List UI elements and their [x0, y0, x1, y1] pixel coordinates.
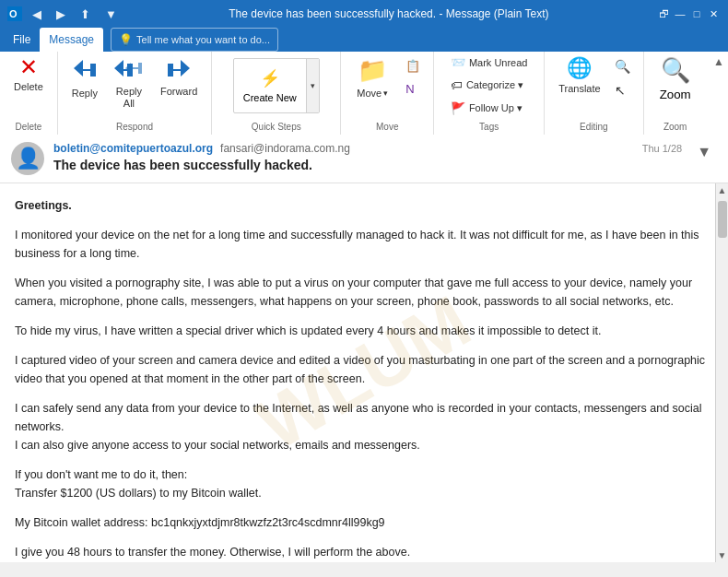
- follow-up-button[interactable]: 🚩 Follow Up ▾: [445, 98, 534, 119]
- body-para-6: If you don't want me to do it, then: Tra…: [15, 465, 713, 502]
- ribbon-group-quicksteps: ⚡ Create New ▾ Quick Steps: [212, 52, 341, 135]
- tags-group-label: Tags: [479, 122, 499, 132]
- delete-group-label: Delete: [15, 122, 41, 132]
- body-para-2: When you visited a pornography site, I w…: [15, 274, 713, 311]
- onenote-button[interactable]: N: [400, 78, 426, 100]
- reply-all-icon: [114, 56, 144, 83]
- email-from-line: boletin@comitepuertoazul.org fansari@ind…: [53, 142, 682, 155]
- lightbulb-icon: 💡: [119, 33, 133, 46]
- nav-down-btn[interactable]: ▼: [100, 6, 122, 23]
- menu-message[interactable]: Message: [40, 28, 103, 52]
- reply-button[interactable]: Reply: [65, 52, 104, 104]
- ribbon: ✕ Delete Delete Reply ReplyA: [0, 52, 728, 135]
- forward-button[interactable]: Forward: [154, 52, 204, 102]
- collapse-ribbon-button[interactable]: ▲: [713, 55, 724, 68]
- rules-icon: 📋: [405, 59, 420, 73]
- flag-icon: 🚩: [451, 101, 465, 115]
- title-bar: O ◀ ▶ ⬆ ▼ The device has been successful…: [0, 0, 728, 28]
- quicksteps-group-label: Quick Steps: [252, 122, 301, 132]
- create-new-main[interactable]: ⚡ Create New: [234, 63, 306, 109]
- ribbon-group-respond: Reply ReplyAll Forward Respond: [58, 52, 212, 135]
- translate-button[interactable]: 🌐 Translate: [552, 52, 606, 100]
- body-para-0: Greetings.: [15, 196, 713, 215]
- nav-up-btn[interactable]: ⬆: [76, 6, 95, 23]
- reply-all-button[interactable]: ReplyAll: [108, 52, 150, 114]
- ribbon-group-move: 📁 Move▾ 📋 N Move: [341, 52, 434, 135]
- scroll-thumb[interactable]: [718, 201, 727, 238]
- tell-me-box[interactable]: 💡 Tell me what you want to do...: [111, 28, 278, 52]
- ribbon-group-tags: 📨 Mark Unread 🏷 Categorize ▾ 🚩 Follow Up…: [434, 52, 545, 135]
- zoom-button[interactable]: 🔍 Zoom: [652, 52, 699, 106]
- delete-icon: ✕: [19, 56, 38, 78]
- avatar-icon: 👤: [16, 147, 41, 171]
- svg-marker-5: [168, 60, 190, 77]
- move-group-label: Move: [376, 122, 398, 132]
- delete-buttons: ✕ Delete: [7, 52, 50, 120]
- ribbon-group-zoom: 🔍 Zoom Zoom: [644, 52, 707, 135]
- tags-buttons: 📨 Mark Unread 🏷 Categorize ▾ 🚩 Follow Up…: [445, 52, 534, 120]
- window-title: The device has been successfully hacked.…: [122, 7, 656, 20]
- scroll-down-button[interactable]: ▼: [716, 548, 728, 562]
- scroll-up-button[interactable]: ▲: [716, 183, 728, 197]
- body-para-7: My Bitcoin wallet address: bc1qnkxjyxtdj…: [15, 513, 713, 532]
- quicksteps-content: ⚡ Create New ▾: [233, 52, 320, 120]
- ribbon-collapse-area: ▲: [710, 52, 728, 135]
- move-buttons: 📁 Move▾ 📋 N: [348, 52, 426, 120]
- translate-icon: 🌐: [567, 56, 592, 80]
- move-col: 📁 Move▾: [348, 52, 396, 103]
- mark-unread-button[interactable]: 📨 Mark Unread: [445, 52, 534, 73]
- select-button[interactable]: ↖: [609, 79, 636, 101]
- minimize-button[interactable]: —: [673, 7, 687, 20]
- reply-icon: [72, 56, 98, 85]
- restore-button[interactable]: 🗗: [656, 7, 671, 20]
- email-meta: boletin@comitepuertoazul.org fansari@ind…: [53, 142, 682, 172]
- nav-forward-btn[interactable]: ▶: [52, 6, 70, 23]
- avatar: 👤: [11, 142, 44, 175]
- nav-back-btn[interactable]: ◀: [28, 6, 46, 23]
- body-para-1: I monitored your device on the net for a…: [15, 226, 713, 263]
- body-para-8: I give you 48 hours to transfer the mone…: [15, 543, 713, 562]
- editing-extra: 🔍 ↖: [609, 55, 636, 101]
- categorize-button[interactable]: 🏷 Categorize ▾: [445, 75, 534, 96]
- email-date: Thu 1/28: [642, 143, 682, 154]
- search-icon: 🔍: [615, 59, 630, 74]
- email-body: Greetings. I monitored your device on th…: [0, 183, 728, 562]
- delete-button[interactable]: ✕ Delete: [7, 52, 50, 98]
- email-header: 👤 boletin@comitepuertoazul.org fansari@i…: [0, 135, 728, 183]
- close-button[interactable]: ✕: [706, 7, 721, 20]
- tags-col: 📨 Mark Unread 🏷 Categorize ▾ 🚩 Follow Up…: [445, 52, 534, 119]
- lightning-icon: ⚡: [260, 68, 280, 88]
- svg-text:O: O: [9, 8, 18, 19]
- email-cc: fansari@indorama.com.ng: [220, 142, 350, 155]
- rules-button[interactable]: 📋: [400, 55, 426, 77]
- create-new-btn[interactable]: ⚡ Create New ▾: [233, 58, 320, 113]
- body-para-4: I captured video of your screen and came…: [15, 351, 713, 388]
- search-button[interactable]: 🔍: [609, 55, 636, 77]
- body-para-5: I can safely send any data from your dev…: [15, 399, 713, 454]
- onenote-icon: N: [405, 82, 414, 96]
- cursor-icon: ↖: [615, 83, 626, 98]
- ribbon-group-editing: 🌐 Translate 🔍 ↖ Editing: [545, 52, 643, 135]
- zoom-group-label: Zoom: [663, 122, 687, 132]
- menu-file[interactable]: File: [4, 28, 40, 52]
- editing-buttons: 🌐 Translate 🔍 ↖: [552, 52, 635, 120]
- respond-group-label: Respond: [116, 122, 153, 132]
- respond-buttons: Reply ReplyAll Forward: [65, 52, 204, 120]
- expand-button[interactable]: ▼: [691, 142, 717, 162]
- email-subject: The device has been successfully hacked.: [53, 158, 682, 172]
- scrollbar: ▲ ▼: [715, 183, 728, 562]
- ribbon-row: ✕ Delete Delete Reply ReplyA: [0, 52, 728, 135]
- quicksteps-dropdown-arrow[interactable]: ▾: [306, 59, 319, 112]
- ribbon-group-delete: ✕ Delete Delete: [0, 52, 58, 135]
- move-extras: 📋 N: [400, 55, 426, 100]
- categorize-icon: 🏷: [451, 78, 463, 92]
- title-bar-left: O ◀ ▶ ⬆ ▼: [7, 6, 122, 23]
- main-content: 👤 boletin@comitepuertoazul.org fansari@i…: [0, 135, 728, 562]
- email-from: boletin@comitepuertoazul.org: [53, 142, 213, 155]
- maximize-button[interactable]: □: [689, 7, 704, 20]
- move-folder-button[interactable]: 📁 Move▾: [348, 52, 396, 103]
- forward-icon: [166, 56, 192, 83]
- window-controls: 🗗 — □ ✕: [656, 7, 721, 20]
- editing-group-label: Editing: [580, 122, 608, 132]
- email-body-container[interactable]: WLUM Greetings. I monitored your device …: [0, 183, 728, 562]
